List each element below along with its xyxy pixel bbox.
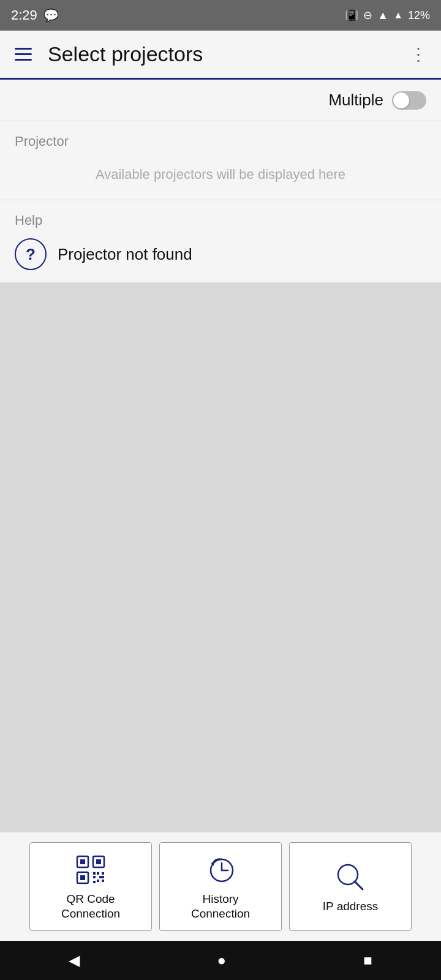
svg-rect-13 — [102, 880, 104, 882]
ip-address-button[interactable]: IP address — [289, 842, 412, 931]
svg-rect-9 — [93, 876, 96, 878]
back-button[interactable]: ◀ — [56, 947, 92, 974]
dnd-icon: ⊖ — [363, 9, 372, 22]
projector-not-found-label: Projector not found — [58, 245, 192, 264]
search-icon — [334, 861, 366, 893]
svg-rect-12 — [97, 880, 99, 882]
projector-section-title: Projector — [15, 134, 426, 149]
status-left: 2:29 💬 — [11, 7, 59, 23]
hamburger-menu[interactable] — [10, 43, 37, 66]
notification-icon: 💬 — [43, 8, 59, 23]
signal-icon: ▲ — [393, 10, 403, 21]
ip-address-label: IP address — [323, 899, 378, 914]
projector-not-found-item[interactable]: ? Projector not found — [15, 238, 426, 270]
content-area: Multiple Projector Available projectors … — [0, 80, 441, 283]
history-connection-label: HistoryConnection — [191, 892, 250, 922]
wifi-icon: ▲ — [377, 9, 388, 22]
time: 2:29 — [11, 7, 37, 23]
help-section-title: Help — [15, 213, 426, 228]
svg-line-20 — [355, 881, 363, 889]
gray-background-area — [0, 283, 441, 832]
svg-rect-10 — [99, 876, 102, 878]
projector-empty-message: Available projectors will be displayed h… — [15, 157, 426, 187]
more-options-button[interactable]: ⋮ — [405, 39, 431, 69]
svg-rect-1 — [80, 859, 85, 864]
svg-rect-5 — [80, 875, 85, 880]
svg-rect-6 — [93, 872, 96, 875]
status-bar: 2:29 💬 📳 ⊖ ▲ ▲ 12% — [0, 0, 441, 31]
app-bar: Select projectors ⋮ — [0, 31, 441, 80]
qr-code-connection-label: QR CodeConnection — [61, 892, 120, 922]
bottom-action-bar: QR CodeConnection HistoryConnection IP a… — [0, 832, 441, 941]
nav-bar: ◀ ● ■ — [0, 941, 441, 980]
multiple-toggle[interactable] — [392, 91, 426, 110]
qr-code-icon — [75, 854, 107, 886]
svg-rect-8 — [102, 872, 104, 875]
svg-rect-11 — [93, 881, 96, 883]
vibrate-icon: 📳 — [345, 9, 358, 22]
history-icon — [205, 854, 236, 886]
battery-label: 12% — [408, 9, 430, 22]
svg-rect-14 — [102, 876, 104, 878]
page-title: Select projectors — [48, 42, 405, 66]
help-section: Help ? Projector not found — [0, 200, 441, 283]
svg-rect-7 — [97, 872, 99, 875]
status-right: 📳 ⊖ ▲ ▲ 12% — [345, 9, 430, 22]
home-button[interactable]: ● — [205, 947, 238, 974]
multiple-toggle-row: Multiple — [0, 80, 441, 121]
multiple-label: Multiple — [328, 91, 383, 110]
qr-code-connection-button[interactable]: QR CodeConnection — [29, 842, 152, 931]
help-question-icon: ? — [15, 238, 47, 270]
projector-section: Projector Available projectors will be d… — [0, 121, 441, 200]
history-connection-button[interactable]: HistoryConnection — [159, 842, 282, 931]
recents-button[interactable]: ■ — [351, 947, 385, 974]
svg-rect-3 — [96, 859, 101, 864]
